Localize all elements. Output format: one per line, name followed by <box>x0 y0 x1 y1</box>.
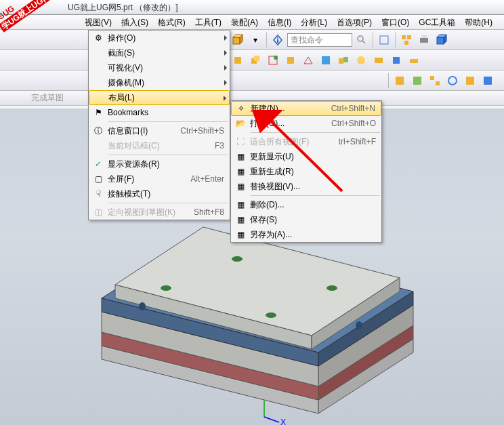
svg-rect-18 <box>339 58 343 64</box>
svg-point-38 <box>139 302 146 310</box>
menu-首选项(P)[interactable]: 首选项(P) <box>332 15 377 29</box>
t3-5[interactable] <box>462 73 478 89</box>
svg-rect-16 <box>287 57 294 64</box>
menu-GC工具箱[interactable]: GC工具箱 <box>414 15 460 29</box>
t3-4[interactable] <box>444 73 461 89</box>
menuitem-可视化(V)[interactable]: 可视化(V) <box>89 60 230 75</box>
menuitem-删除(D)...[interactable]: ▦删除(D)... <box>231 197 381 212</box>
t2-1[interactable] <box>230 52 246 68</box>
toolbar-3 <box>0 70 504 91</box>
svg-point-20 <box>357 56 365 64</box>
toolbar-2 <box>0 50 504 70</box>
menuitem-截面(S)[interactable]: 截面(S) <box>89 45 230 60</box>
tbtn-a[interactable] <box>376 32 392 48</box>
svg-rect-11 <box>234 57 241 64</box>
svg-point-34 <box>161 285 171 291</box>
svg-point-1 <box>277 37 278 39</box>
menu-插入(S)[interactable]: 插入(S) <box>117 15 153 29</box>
menu-窗口(O)[interactable]: 窗口(O) <box>377 15 414 29</box>
menuitem-显示资源条(R)[interactable]: ✓显示资源条(R) <box>89 157 230 171</box>
menuitem-新建(N)...[interactable]: ✧新建(N)...Ctrl+Shift+N <box>231 101 381 116</box>
svg-rect-0 <box>233 37 240 44</box>
svg-point-35 <box>266 312 276 318</box>
layout-submenu-dropdown[interactable]: ✧新建(N)...Ctrl+Shift+N📂打开(O)...Ctrl+Shift… <box>230 100 382 243</box>
menuitem-定向视图到草图(K): ◫定向视图到草图(K)Shift+F8 <box>89 205 230 220</box>
menu-信息(I)[interactable]: 信息(I) <box>263 15 296 29</box>
menuitem-信息窗口(I)[interactable]: ⓘ信息窗口(I)Ctrl+Shift+S <box>89 123 230 138</box>
t2-5[interactable] <box>300 52 316 68</box>
t2-11[interactable] <box>406 52 422 68</box>
svg-rect-23 <box>410 59 418 63</box>
tbtn-assem[interactable] <box>398 32 415 48</box>
svg-point-15 <box>274 56 278 60</box>
svg-rect-26 <box>430 76 434 80</box>
svg-point-37 <box>232 256 243 262</box>
svg-rect-9 <box>421 35 427 38</box>
svg-rect-19 <box>343 57 348 62</box>
menu-分析(L)[interactable]: 分析(L) <box>296 15 332 29</box>
menu-装配(A)[interactable]: 装配(A) <box>226 15 263 29</box>
menuitem-更新显示(U)[interactable]: ▦更新显示(U) <box>231 149 381 164</box>
menuitem-接触模式(T)[interactable]: ☟接触模式(T) <box>89 186 230 201</box>
tbtn-dd[interactable]: ▾ <box>247 32 264 48</box>
svg-rect-8 <box>420 38 428 43</box>
svg-rect-29 <box>466 77 474 85</box>
view-menu-dropdown[interactable]: ⚙操作(O)截面(S)可视化(V)摄像机(M)布局(L)⚑Bookmarksⓘ信… <box>88 30 230 220</box>
search-input[interactable]: 查找命令 <box>287 33 352 47</box>
t3-6[interactable] <box>480 73 496 89</box>
menu-工具(T)[interactable]: 工具(T) <box>190 15 226 29</box>
svg-point-28 <box>448 77 457 85</box>
svg-rect-4 <box>380 36 388 44</box>
menuitem-布局(L)[interactable]: 布局(L) <box>89 90 230 105</box>
svg-rect-2 <box>277 39 278 43</box>
svg-rect-6 <box>407 35 411 39</box>
menu-帮助(H)[interactable]: 帮助(H) <box>460 15 497 29</box>
t2-8[interactable] <box>353 52 369 68</box>
menuitem-保存(S)[interactable]: ▦保存(S) <box>231 212 381 227</box>
toolbar-1: ▾ 查找命令 <box>0 30 504 50</box>
svg-text:X: X <box>280 418 286 425</box>
svg-rect-7 <box>404 41 408 45</box>
menu-视图(V)[interactable]: 视图(V) <box>80 15 117 29</box>
menuitem-替换视图(V)...[interactable]: ▦替换视图(V)... <box>231 179 381 194</box>
svg-rect-17 <box>322 56 330 64</box>
menu-格式(R)[interactable]: 格式(R) <box>153 15 190 29</box>
t3-1[interactable] <box>392 73 408 89</box>
svg-rect-13 <box>254 56 259 61</box>
tbtn-print[interactable] <box>416 32 432 48</box>
menuitem-操作(O)[interactable]: ⚙操作(O) <box>89 31 230 45</box>
t3-2[interactable] <box>409 73 425 89</box>
svg-point-36 <box>327 285 337 291</box>
menubar: 视图(V)插入(S)格式(R)工具(T)装配(A)信息(I)分析(L)首选项(P… <box>0 15 504 30</box>
t2-3[interactable] <box>265 52 281 68</box>
menuitem-摄像机(M)[interactable]: 摄像机(M) <box>89 75 230 90</box>
t3-3[interactable] <box>427 73 443 89</box>
menuitem-重新生成(R)[interactable]: ▦重新生成(R) <box>231 164 381 179</box>
svg-rect-30 <box>484 77 492 85</box>
menuitem-打开(O)...[interactable]: 📂打开(O)...Ctrl+Shift+O <box>231 116 381 131</box>
finish-sketch-button[interactable]: 完成草图 <box>27 91 68 105</box>
titlebar: UG就上UG网5.prt （修改的）] <box>0 0 504 15</box>
menuitem-全屏(F)[interactable]: ▢全屏(F)Alt+Enter <box>89 171 230 186</box>
t2-10[interactable] <box>388 52 404 68</box>
tbtn-cube2[interactable] <box>434 32 450 48</box>
svg-rect-21 <box>375 58 383 63</box>
svg-point-39 <box>356 321 362 329</box>
svg-point-3 <box>358 36 363 41</box>
menuitem-适合所有视图(F): ⛶适合所有视图(F)trl+Shift+F <box>231 134 381 149</box>
search-icon[interactable] <box>354 32 370 48</box>
svg-rect-25 <box>413 77 421 85</box>
svg-rect-22 <box>393 57 400 64</box>
t2-4[interactable] <box>282 52 299 68</box>
menuitem-Bookmarks[interactable]: ⚑Bookmarks <box>89 105 230 120</box>
tbtn-cube[interactable] <box>230 32 246 48</box>
svg-rect-27 <box>436 81 440 85</box>
svg-rect-5 <box>402 35 406 39</box>
tbtn-info[interactable] <box>270 32 286 48</box>
menuitem-另存为(A)...[interactable]: ▦另存为(A)... <box>231 227 381 242</box>
t2-2[interactable] <box>247 52 264 68</box>
t2-7[interactable] <box>335 52 352 68</box>
svg-rect-10 <box>437 37 444 44</box>
t2-9[interactable] <box>371 52 387 68</box>
t2-6[interactable] <box>318 52 334 68</box>
